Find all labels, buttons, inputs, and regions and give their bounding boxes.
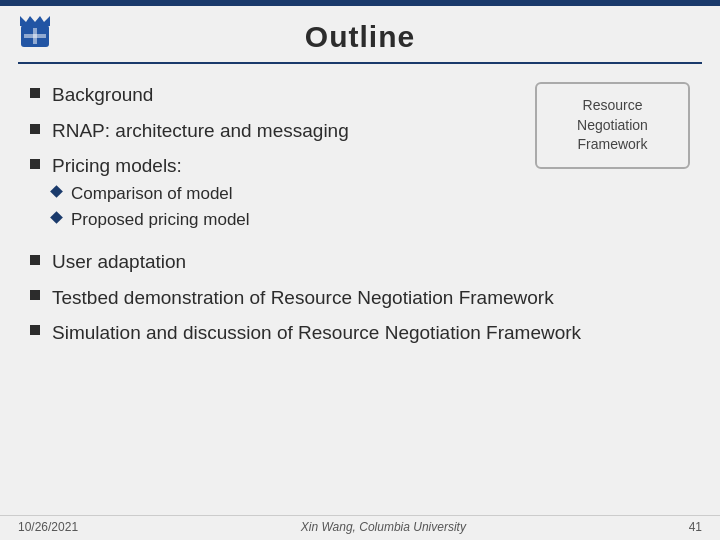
diamond-icon <box>50 211 63 224</box>
footer-date: 10/26/2021 <box>18 520 78 534</box>
slide: Outline Resource Negotiation Framework B… <box>0 0 720 540</box>
list-item: Simulation and discussion of Resource Ne… <box>30 320 690 346</box>
sub-item-text: Comparison of model <box>71 183 233 205</box>
pricing-row: Pricing models: <box>30 153 182 179</box>
footer-page: 41 <box>689 520 702 534</box>
slide-title: Outline <box>0 20 720 54</box>
sub-bullet-list: Comparison of model Proposed pricing mod… <box>52 183 250 235</box>
item-text: Simulation and discussion of Resource Ne… <box>52 320 581 346</box>
sub-list-item: Comparison of model <box>52 183 250 205</box>
list-item: User adaptation <box>30 249 690 275</box>
bullet-icon <box>30 255 40 265</box>
logo-area <box>10 8 65 63</box>
bullet-icon <box>30 159 40 169</box>
bullet-icon <box>30 124 40 134</box>
footer: 10/26/2021 Xin Wang, Columbia University… <box>0 515 720 540</box>
logo-icon <box>10 8 60 58</box>
diamond-icon <box>50 185 63 198</box>
svg-rect-2 <box>24 34 46 38</box>
bullet-icon <box>30 325 40 335</box>
footer-author: Xin Wang, Columbia University <box>301 520 466 534</box>
sub-item-text: Proposed pricing model <box>71 209 250 231</box>
item-text: Pricing models: <box>52 153 182 179</box>
title-section: Outline <box>0 6 720 62</box>
item-text: Testbed demonstration of Resource Negoti… <box>52 285 554 311</box>
sub-list-item: Proposed pricing model <box>52 209 250 231</box>
item-text: Background <box>52 82 153 108</box>
content-area: Resource Negotiation Framework Backgroun… <box>0 64 720 515</box>
list-item: Testbed demonstration of Resource Negoti… <box>30 285 690 311</box>
rnf-line1: Resource Negotiation <box>577 97 648 133</box>
bullet-icon <box>30 290 40 300</box>
item-text: RNAP: architecture and messaging <box>52 118 349 144</box>
bullet-icon <box>30 88 40 98</box>
item-text: User adaptation <box>52 249 186 275</box>
rnf-line2: Framework <box>577 136 647 152</box>
rnf-box: Resource Negotiation Framework <box>535 82 690 169</box>
